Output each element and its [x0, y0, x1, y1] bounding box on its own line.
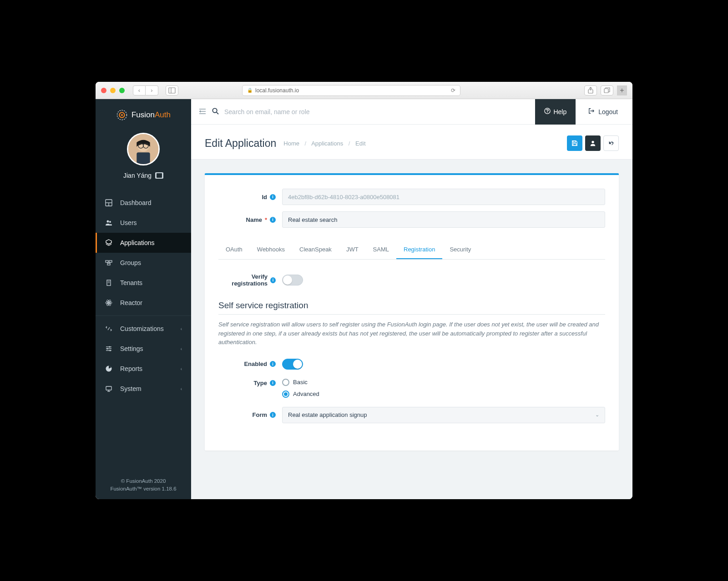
sidebar-item-label: System [120, 385, 142, 392]
svg-rect-0 [169, 88, 175, 93]
close-window-icon[interactable] [101, 88, 106, 93]
info-icon[interactable]: i [270, 412, 276, 418]
breadcrumb: Home / Applications / Edit [283, 140, 365, 147]
tab-security[interactable]: Security [442, 240, 478, 259]
type-label: Type [254, 380, 267, 386]
breadcrumb-item[interactable]: Applications [311, 140, 343, 147]
svg-rect-3 [604, 89, 608, 93]
user-name: Jian Yáng [123, 172, 163, 179]
tabs-button[interactable] [601, 85, 613, 95]
tenants-icon [105, 279, 113, 287]
sidebar-item-reactor[interactable]: Reactor [96, 293, 191, 313]
info-icon[interactable]: i [270, 217, 276, 223]
svg-rect-24 [107, 263, 110, 265]
verify-registrations-label: Verify registrations [218, 273, 268, 287]
svg-rect-31 [109, 282, 110, 283]
sidebar-item-users[interactable]: Users [96, 213, 191, 233]
sidebar-item-dashboard[interactable]: Dashboard [96, 193, 191, 213]
info-icon[interactable]: i [270, 194, 276, 200]
svg-point-55 [592, 141, 594, 143]
logo-icon [116, 109, 128, 121]
page-title: Edit Application [205, 137, 276, 150]
sidebar-item-label: Customizations [120, 325, 164, 332]
verify-registrations-toggle[interactable] [282, 275, 303, 285]
sidebar-item-settings[interactable]: Settings ‹ [96, 339, 191, 359]
menu-toggle-icon[interactable] [199, 108, 206, 115]
browser-sidebar-toggle[interactable] [166, 85, 178, 95]
manage-users-button[interactable] [585, 135, 601, 151]
sidebar-item-label: Dashboard [120, 199, 152, 206]
help-button[interactable]: Help [535, 99, 576, 125]
lock-icon: 🔒 [247, 88, 253, 93]
id-label: Id [262, 194, 267, 200]
sidebar-item-tenants[interactable]: Tenants [96, 273, 191, 293]
tab-jwt[interactable]: JWT [339, 240, 366, 259]
back-button[interactable] [603, 135, 619, 151]
content-area: Id i Name* i OAuth Webho [191, 160, 632, 499]
url-text: local.fusionauth.io [255, 87, 299, 94]
new-tab-button[interactable]: + [617, 85, 627, 95]
form-row-name: Name* i [218, 211, 605, 228]
reports-icon [105, 365, 113, 373]
info-icon[interactable]: i [270, 277, 276, 283]
minimize-window-icon[interactable] [110, 88, 116, 93]
logout-button[interactable]: Logout [582, 108, 624, 115]
section-title: Self service registration [218, 301, 605, 315]
logo-text: FusionAuth [131, 110, 171, 120]
sidebar-item-label: Groups [120, 259, 141, 266]
save-button[interactable] [567, 135, 582, 151]
form-select[interactable]: Real estate application signup ⌄ [282, 407, 605, 423]
mac-titlebar: ‹ › 🔒 local.fusionauth.io ⟳ + [96, 82, 632, 99]
search-input[interactable] [224, 108, 529, 115]
chevron-left-icon: ‹ [181, 326, 182, 331]
section-description: Self service registration will allow use… [218, 320, 605, 347]
customizations-icon [105, 325, 113, 333]
enabled-label: Enabled [244, 361, 267, 367]
page-header: Edit Application Home / Applications / E… [191, 125, 632, 160]
svg-point-49 [212, 108, 217, 112]
radio-icon [282, 391, 289, 398]
tab-cleanspeak[interactable]: CleanSpeak [292, 240, 339, 259]
version-text: FusionAuth™ version 1.18.6 [96, 485, 191, 493]
radio-advanced[interactable]: Advanced [282, 391, 319, 398]
enabled-toggle[interactable] [282, 359, 303, 370]
svg-point-20 [107, 220, 109, 223]
system-icon [105, 385, 113, 393]
sidebar-item-reports[interactable]: Reports ‹ [96, 359, 191, 379]
chevron-left-icon: ‹ [181, 386, 182, 391]
sidebar-item-groups[interactable]: Groups [96, 253, 191, 273]
breadcrumb-item[interactable]: Home [283, 140, 299, 147]
svg-point-32 [108, 302, 110, 304]
svg-rect-29 [109, 281, 110, 282]
svg-rect-27 [107, 280, 111, 285]
browser-back-button[interactable]: ‹ [133, 85, 146, 95]
tab-registration[interactable]: Registration [396, 240, 442, 259]
tab-webhooks[interactable]: Webhooks [250, 240, 292, 259]
browser-forward-button[interactable]: › [146, 85, 158, 95]
share-button[interactable] [584, 85, 597, 95]
radio-basic[interactable]: Basic [282, 379, 319, 386]
sidebar-item-system[interactable]: System ‹ [96, 379, 191, 399]
id-badge-icon[interactable] [155, 172, 163, 179]
tab-oauth[interactable]: OAuth [218, 240, 250, 259]
svg-rect-22 [106, 260, 108, 262]
info-icon[interactable]: i [270, 361, 276, 367]
type-radio-group: Basic Advanced [282, 379, 319, 398]
edit-panel: Id i Name* i OAuth Webho [205, 173, 619, 451]
refresh-icon[interactable]: ⟳ [451, 87, 455, 94]
sidebar-item-customizations[interactable]: Customizations ‹ [96, 319, 191, 339]
search-icon [212, 108, 219, 116]
svg-rect-28 [108, 281, 109, 282]
breadcrumb-item: Edit [355, 140, 365, 147]
name-input[interactable] [282, 211, 605, 228]
avatar[interactable] [127, 133, 160, 165]
chevron-left-icon: ‹ [181, 346, 182, 351]
svg-point-21 [109, 221, 111, 223]
name-label: Name [246, 216, 262, 223]
tab-saml[interactable]: SAML [366, 240, 396, 259]
url-bar[interactable]: 🔒 local.fusionauth.io ⟳ [242, 85, 460, 96]
sidebar-item-label: Reactor [120, 299, 142, 306]
maximize-window-icon[interactable] [119, 88, 125, 93]
sidebar-item-applications[interactable]: Applications [96, 233, 191, 253]
info-icon[interactable]: i [270, 380, 276, 386]
